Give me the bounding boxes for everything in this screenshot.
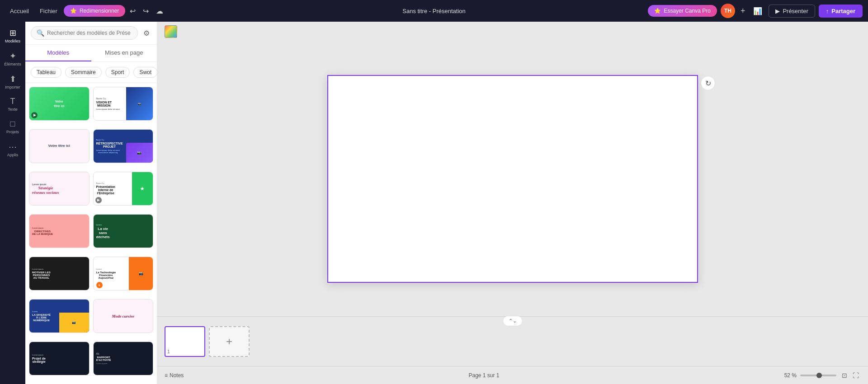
template-subtitle-7: Lorem ipsum xyxy=(32,227,43,229)
template-card-8[interactable]: Lorem La viesansdéchets xyxy=(93,214,154,248)
add-slide-button[interactable]: + xyxy=(209,326,250,357)
template-subtitle-13: Lorem ipsum xyxy=(32,354,43,356)
template-card-9[interactable]: Lorem ipsum MOTIVER LESPERSONNESAU TRAVA… xyxy=(29,257,90,290)
template-card-7[interactable]: Lorem ipsum DIRECTIVESDE LA MARQUE xyxy=(29,214,90,248)
template-title-8: La viesansdéchets xyxy=(96,227,110,239)
filter-button[interactable]: ⚙ xyxy=(142,27,151,39)
canvas-toolbar xyxy=(157,22,868,42)
slide-canvas[interactable]: ↻ xyxy=(327,75,698,283)
main-area: ⊞ Modèles ✦ Éléments ⬆ Importer T Texte … xyxy=(0,22,868,384)
search-input[interactable] xyxy=(47,30,132,36)
undo-button[interactable]: ↩ xyxy=(127,5,138,17)
template-subtitle-2: Name Co. xyxy=(96,97,107,100)
notes-icon: ≡ xyxy=(165,372,168,379)
elements-icon: ✦ xyxy=(9,51,16,61)
sidebar-item-projets[interactable]: □ Projets xyxy=(2,117,24,137)
sidebar-item-elements[interactable]: ✦ Éléments xyxy=(2,48,24,70)
template-label-14: /01 xyxy=(96,352,99,355)
template-card-4[interactable]: Name Co. RÉTROSPECTIVEPROJET Lorem ipsum… xyxy=(93,129,154,163)
template-title-9: MOTIVER LESPERSONNESAU TRAVAIL xyxy=(32,271,51,279)
notes-button[interactable]: ≡ Notes xyxy=(165,372,184,379)
panel-tabs: Modèles Mises en page xyxy=(25,45,157,62)
importer-icon: ⬆ xyxy=(9,74,16,84)
zoom-slider[interactable] xyxy=(800,375,836,376)
zoom-level: 52 % xyxy=(784,372,797,379)
template-subtitle-11: Lorem xyxy=(32,310,38,313)
sidebar-item-applis[interactable]: ⋯ Applis xyxy=(2,139,24,160)
chip-sport[interactable]: Sport xyxy=(105,67,130,78)
sidebar-item-importer[interactable]: ⬆ Importer xyxy=(2,71,24,93)
slide-number-1: 1 xyxy=(167,349,170,354)
try-pro-button[interactable]: ⭐ Essayer Canva Pro xyxy=(648,5,717,17)
tab-mises-en-page[interactable]: Mises en page xyxy=(91,45,157,61)
hide-panel-button[interactable]: ⌃⌄ xyxy=(503,316,523,326)
chevron-down-icon: ⌃⌄ xyxy=(509,318,517,324)
share-button[interactable]: ↑ Partager xyxy=(819,5,863,18)
template-card-12[interactable]: Mode cursive xyxy=(93,299,154,333)
redo-button[interactable]: ↪ xyxy=(140,5,151,17)
filter-chips: Tableau Sommaire Sport Swot › xyxy=(25,62,157,83)
chip-swot[interactable]: Swot xyxy=(133,67,157,78)
templates-grid: Votretitre ici ▶ Name Co. VISION ETMISSI… xyxy=(25,83,157,384)
search-input-wrap: 🔍 xyxy=(31,26,138,40)
template-card-6[interactable]: Name Co. PrésentationInterne del'Entrepr… xyxy=(93,172,154,206)
template-subtitle-10: Lorem xyxy=(96,268,102,270)
template-card-1[interactable]: Votretitre ici ▶ xyxy=(29,87,90,121)
template-card-2[interactable]: Name Co. VISION ETMISSION Lorem ipsum do… xyxy=(93,87,154,121)
sidebar-item-texte[interactable]: T Texte xyxy=(2,94,24,115)
color-swatch[interactable] xyxy=(165,25,177,38)
template-title-1: Votretitre ici xyxy=(54,99,64,108)
modeles-icon: ⊞ xyxy=(9,28,16,38)
template-card-14[interactable]: /01 RAPPORTD'ACTIVITÉ Lorem ipsum xyxy=(93,342,154,375)
template-desc-2: Lorem ipsum dolor sit amet xyxy=(96,108,120,110)
topbar-right: ⭐ Essayer Canva Pro TH + 📊 ▶ Présenter ↑… xyxy=(579,4,863,18)
template-card-3[interactable]: Votre titre ici xyxy=(29,129,90,163)
avatar[interactable]: TH xyxy=(721,4,735,18)
topbar-left: Accueil Fichier ⭐ Redimensionner ↩ ↪ ☁ xyxy=(5,5,289,17)
fullscreen-button[interactable]: ⛶ xyxy=(851,371,861,380)
template-desc-4: Lorem ipsum dolor sit ametconsectetur ad… xyxy=(96,149,120,154)
chip-tableau[interactable]: Tableau xyxy=(31,67,61,78)
plus-icon: + xyxy=(226,335,232,348)
bottom-center: Page 1 sur 1 xyxy=(468,372,499,379)
pro-star-icon: ⭐ xyxy=(654,8,661,14)
canvas-container: ↻ xyxy=(157,42,868,316)
save-status-button[interactable]: ☁ xyxy=(153,5,166,17)
play-icon-6: ▶ xyxy=(95,197,102,203)
fit-view-button[interactable]: ⊡ xyxy=(840,371,849,380)
redimensionner-button[interactable]: ⭐ Redimensionner xyxy=(64,5,125,17)
accueil-button[interactable]: Accueil xyxy=(5,6,33,16)
analytics-button[interactable]: 📊 xyxy=(750,5,765,17)
template-card-11[interactable]: Lorem LA DIVERSITÉÀ L'ÈRENUMÉRIQUE 📷 xyxy=(29,299,90,333)
sidebar-item-modeles[interactable]: ⊞ Modèles xyxy=(2,25,24,47)
template-title-10: La TechnologieFinancièreAujourd'hui xyxy=(96,271,116,279)
film-slide-1[interactable]: 1 xyxy=(165,326,205,357)
refresh-button[interactable]: ↻ xyxy=(701,76,715,90)
template-card-5[interactable]: Lorem ipsum Stratégieréseaux sociaux xyxy=(29,172,90,206)
template-title-4: RÉTROSPECTIVEPROJET xyxy=(96,142,123,148)
template-title-12: Mode cursive xyxy=(112,314,134,318)
add-user-button[interactable]: + xyxy=(739,6,747,16)
fichier-button[interactable]: Fichier xyxy=(35,6,62,16)
template-subtitle-6: Name Co. xyxy=(96,182,104,184)
search-bar: 🔍 ⚙ xyxy=(25,22,157,45)
document-title: Sans titre - Présentation xyxy=(402,8,465,14)
tab-modeles[interactable]: Modèles xyxy=(25,45,91,61)
left-panel: 🔍 ⚙ Modèles Mises en page Tableau Sommai… xyxy=(25,22,157,384)
bottom-left: ≡ Notes xyxy=(165,372,184,379)
template-card-10[interactable]: Lorem La TechnologieFinancièreAujourd'hu… xyxy=(93,257,154,290)
chip-sommaire[interactable]: Sommaire xyxy=(65,67,102,78)
play-icon: ▶ xyxy=(775,8,780,14)
search-icon: 🔍 xyxy=(37,29,44,37)
share-icon: ↑ xyxy=(826,8,829,14)
template-title-11: LA DIVERSITÉÀ L'ÈRENUMÉRIQUE xyxy=(32,314,51,322)
template-subtitle-8: Lorem xyxy=(96,224,102,226)
template-card-13[interactable]: Lorem ipsum Projet destratégie xyxy=(29,342,90,375)
template-title-13: Projet destratégie xyxy=(32,357,46,363)
view-buttons: ⊡ ⛶ xyxy=(840,371,861,380)
template-title-2: VISION ETMISSION xyxy=(96,101,112,107)
template-title-14: RAPPORTD'ACTIVITÉ xyxy=(96,356,111,361)
star-icon: ⭐ xyxy=(70,8,77,14)
template-title-5: Stratégieréseaux sociaux xyxy=(32,186,59,195)
presenter-button[interactable]: ▶ Présenter xyxy=(769,5,815,18)
